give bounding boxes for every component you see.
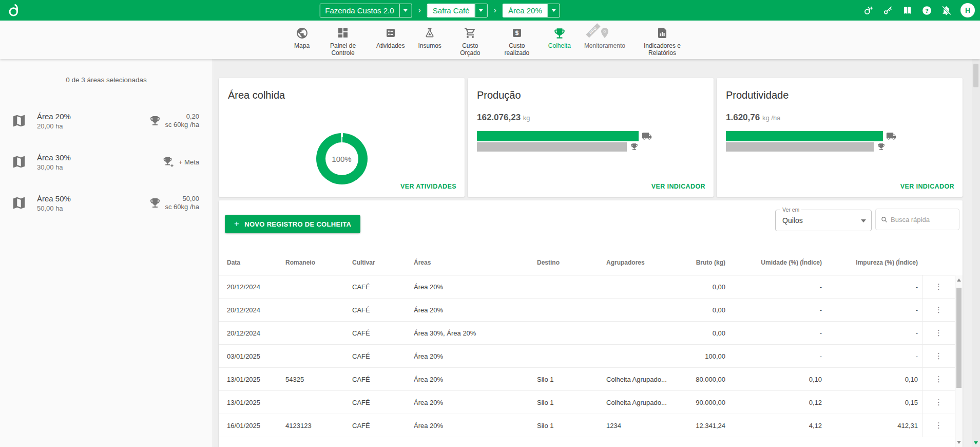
new-harvest-record-button[interactable]: + NOVO REGISTRO DE COLHEITA — [225, 215, 360, 233]
nav-item-painel-de-controle[interactable]: Painel de Controle — [323, 21, 363, 59]
book-icon[interactable] — [902, 5, 913, 16]
search-icon — [881, 216, 888, 224]
column-header-romaneio[interactable]: Romaneio — [285, 259, 352, 266]
row-menu-button[interactable]: ⋮ — [931, 305, 947, 314]
dashboard-icon — [337, 27, 349, 41]
harvest-records-card: + NOVO REGISTRO DE COLHEITA Ver em Quilo… — [219, 200, 963, 447]
column-header-umidade[interactable]: Umidade (%) (Índice) — [729, 259, 826, 266]
column-header-impureza[interactable]: Impureza (%) (Índice) — [826, 259, 922, 266]
nav-item-colheita[interactable]: Colheita — [548, 21, 571, 59]
productivity-value: 1.620,76 kg /ha — [726, 113, 953, 123]
table-row[interactable]: 13/01/2025CAFÉÁrea 20%Silo 1Colheita Agr… — [219, 391, 955, 414]
nav-item-mapa[interactable]: Mapa — [294, 21, 310, 59]
area-goal: + Meta — [162, 156, 199, 168]
season-selector-value: Safra Café — [428, 4, 475, 17]
page-scrollbar-thumb[interactable] — [973, 64, 978, 87]
area-info: Área 50% 50,00 ha — [37, 194, 149, 212]
card-title: Produção — [477, 89, 704, 101]
card-title: Área colhida — [228, 89, 455, 101]
top-bar: Fazenda Custos 2.0 › Safra Café › Área 2… — [0, 0, 980, 21]
goal-value: 0,20 — [165, 113, 200, 121]
nav-label: Custo realizado — [499, 43, 535, 57]
area-size: 50,00 ha — [37, 204, 149, 212]
map-pin-icon: PRO — [599, 27, 611, 41]
donut-percent-label: 100% — [332, 155, 351, 163]
page-scroll-down-arrow-icon[interactable] — [974, 441, 978, 444]
row-menu-button[interactable]: ⋮ — [931, 328, 947, 338]
table-row[interactable]: 20/12/2024CAFÉÁrea 20%0,00--⋮ — [219, 275, 955, 299]
area-size: 20,00 ha — [37, 122, 149, 130]
module-nav: Mapa Painel de Controle Atividades — [0, 21, 980, 59]
table-row[interactable]: 20/12/2024CAFÉÁrea 30%, Área 20%0,00--⋮ — [219, 322, 955, 345]
user-avatar[interactable]: H — [960, 3, 975, 17]
task-list-icon — [385, 27, 397, 41]
column-header-destino[interactable]: Destino — [537, 259, 606, 266]
nav-item-custo-orcado[interactable]: Custo Orçado — [455, 21, 486, 59]
flask-icon — [424, 27, 436, 41]
breadcrumb-separator: › — [418, 6, 421, 15]
area-list-item[interactable]: Área 30% 30,00 ha + Meta — [0, 141, 213, 182]
column-header-data[interactable]: Data — [219, 259, 285, 266]
scrollbar-thumb[interactable] — [956, 288, 962, 388]
ver-atividades-link[interactable]: VER ATIVIDADES — [400, 183, 456, 190]
chevron-down-icon — [861, 219, 866, 222]
page-scrollbar[interactable] — [972, 21, 980, 447]
breadcrumb: Fazenda Custos 2.0 › Safra Café › Área 2… — [319, 0, 560, 21]
help-icon[interactable]: ? — [921, 5, 932, 16]
nav-label: Mapa — [294, 43, 310, 50]
map-icon — [11, 113, 27, 128]
row-menu-button[interactable]: ⋮ — [931, 398, 947, 407]
nav-item-insumos[interactable]: Insumos — [418, 21, 441, 59]
area-list-item[interactable]: Área 20% 20,00 ha 0,20 sc 60kg /ha — [0, 100, 213, 141]
area-selector-chevron-down-icon[interactable] — [547, 4, 560, 17]
row-menu-button[interactable]: ⋮ — [931, 375, 947, 384]
column-header-areas[interactable]: Áreas — [414, 259, 537, 266]
nav-item-custo-realizado[interactable]: $ Custo realizado — [499, 21, 535, 59]
area-list-item[interactable]: Área 50% 50,00 ha 50,00 sc 60kg /ha — [0, 182, 213, 224]
notifications-off-icon[interactable] — [941, 5, 952, 16]
table-scrollbar[interactable] — [955, 275, 963, 447]
column-header-bruto[interactable]: Bruto (kg) — [681, 259, 729, 266]
add-goal-button[interactable]: + Meta — [179, 158, 199, 166]
ver-indicador-link[interactable]: VER INDICADOR — [900, 183, 954, 190]
area-name: Área 20% — [37, 112, 149, 121]
production-value: 162.076,23 kg — [477, 113, 704, 123]
card-title: Produtividade — [726, 89, 953, 101]
nav-item-atividades[interactable]: Atividades — [376, 21, 405, 59]
goal-trophy-icon — [630, 142, 639, 151]
table-row[interactable]: 03/01/2025CAFÉÁrea 20%100,00--⋮ — [219, 345, 955, 368]
invite-user-icon[interactable] — [863, 5, 874, 16]
farm-selector[interactable]: Fazenda Custos 2.0 — [319, 4, 412, 17]
season-selector[interactable]: Safra Café — [427, 4, 488, 17]
table-row-partial — [219, 437, 955, 447]
row-menu-button[interactable]: ⋮ — [931, 351, 947, 361]
nav-item-indicadores-e-relatorios[interactable]: Indicadores e Relatórios — [639, 21, 686, 59]
trophy-icon — [553, 27, 566, 41]
key-icon[interactable] — [882, 5, 893, 16]
area-selector[interactable]: Área 20% — [503, 4, 560, 17]
plus-icon: + — [234, 219, 239, 229]
row-menu-button[interactable]: ⋮ — [931, 282, 947, 291]
ver-indicador-link[interactable]: VER INDICADOR — [651, 183, 705, 190]
nav-label: Monitoramento — [584, 43, 625, 50]
season-selector-chevron-down-icon[interactable] — [475, 4, 487, 17]
table-row[interactable]: 16/01/20254123123CAFÉÁrea 20%Silo 112341… — [219, 414, 955, 437]
nav-item-monitoramento[interactable]: PRO Monitoramento — [584, 21, 625, 59]
row-menu-button[interactable]: ⋮ — [931, 421, 947, 430]
report-chart-icon — [656, 27, 668, 41]
card-producao: Produção 162.076,23 kg VER INDICADOR — [468, 78, 714, 197]
productivity-bars — [726, 131, 953, 153]
productivity-achieved-bar — [726, 131, 883, 141]
scroll-down-arrow-icon[interactable] — [957, 441, 961, 444]
column-header-agrupadores[interactable]: Agrupadores — [606, 259, 681, 266]
search-input[interactable] — [891, 216, 954, 224]
dollar-square-icon: $ — [511, 27, 523, 41]
scroll-up-arrow-icon[interactable] — [957, 278, 961, 282]
table-row[interactable]: 13/01/202554325CAFÉÁrea 20%Silo 1Colheit… — [219, 368, 955, 391]
view-in-select[interactable]: Ver em Quilos — [775, 210, 872, 231]
farm-selector-chevron-down-icon[interactable] — [399, 4, 412, 17]
table-row[interactable]: 20/12/2024CAFÉÁrea 20%0,00--⋮ — [219, 299, 955, 322]
areas-sidebar: 0 de 3 áreas selecionadas Área 20% 20,00… — [0, 59, 213, 447]
nav-label: Custo Orçado — [455, 43, 486, 57]
column-header-cultivar[interactable]: Cultivar — [352, 259, 414, 266]
